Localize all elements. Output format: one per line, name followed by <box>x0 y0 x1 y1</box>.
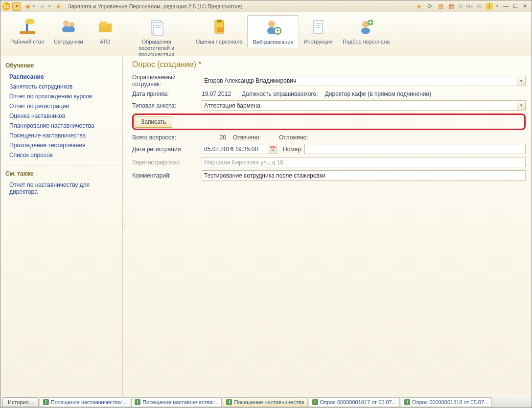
nav-back-icon[interactable]: ◀ <box>23 2 31 10</box>
sidebar-item-mentor-eval[interactable]: Оценка наставников <box>3 111 119 121</box>
info-small-icon: i <box>226 399 232 405</box>
status-tab-1[interactable]: iПосещение наставничества:... <box>131 397 222 407</box>
input-reg-date[interactable] <box>202 144 266 154</box>
splitter[interactable] <box>123 56 126 396</box>
label-hire-date: Дата приема: <box>132 91 200 97</box>
value-total-q: 20 <box>202 134 231 141</box>
sidebar-item-availability[interactable]: Занятость сотрудников <box>3 82 119 91</box>
label-template: Типовая анкета: <box>132 102 200 109</box>
svg-rect-0 <box>20 31 35 34</box>
sidebar-item-testing[interactable]: Прохождение тестирования <box>3 140 119 150</box>
sidebar-item-course-report[interactable]: Отчет по прохождению курсов <box>3 91 119 101</box>
status-tab-2[interactable]: iПосещение наставничества <box>223 397 307 407</box>
sidebar-item-survey-list[interactable]: Список опросов <box>3 150 119 160</box>
toolbar-web-schedule[interactable]: Веб-расписание <box>247 15 299 47</box>
sidebar-divider <box>3 165 119 165</box>
save-button[interactable]: Записать <box>135 116 172 128</box>
label-number: Номер: <box>283 146 302 153</box>
toolbar-employees[interactable]: Сотрудники <box>49 15 88 47</box>
m-minus-button[interactable]: M- <box>476 3 483 9</box>
sidebar-item-mentor-plan[interactable]: Планирование наставничества <box>3 121 119 131</box>
sidebar-heading-training: Обучение <box>5 62 117 69</box>
nav-back-dropdown-icon[interactable]: ▾ <box>33 4 37 8</box>
main-toolbar: Рабочий стол Сотрудники АТО Обращения по… <box>0 12 532 56</box>
calendar-icon[interactable]: ▦ <box>447 2 455 10</box>
statusbar: История... iПосещение наставничества:...… <box>0 396 532 408</box>
sidebar-item-schedule[interactable]: Расписание <box>3 72 119 82</box>
calendar-picker-icon[interactable]: 📅 <box>268 144 277 154</box>
input-comment[interactable] <box>202 170 526 181</box>
sidebar: Обучение Расписание Занятость сотруднико… <box>0 56 123 396</box>
input-employee[interactable] <box>202 76 517 86</box>
toolbar-recruitment[interactable]: Подбор персонала <box>338 15 394 47</box>
close-icon[interactable]: ✕ <box>523 3 530 10</box>
desk-lamp-icon <box>18 17 37 37</box>
save-highlight: Записать <box>132 113 526 130</box>
clipboard-icon <box>209 17 229 37</box>
label-postponed: Отложено: <box>279 134 308 141</box>
document-stack-icon <box>147 17 166 37</box>
minimize-icon[interactable]: — <box>503 3 510 10</box>
status-tab-0[interactable]: iПосещение наставничества:... <box>40 397 130 407</box>
star2-icon[interactable]: ★ <box>415 2 423 10</box>
nav-forward-dropdown-icon[interactable]: ▾ <box>48 4 52 8</box>
toolbar-desktop[interactable]: Рабочий стол <box>5 15 49 47</box>
toolbar-evaluation[interactable]: Оценка персонала <box>191 15 248 47</box>
toolbar-ato[interactable]: АТО <box>88 15 122 47</box>
sidebar-item-mentor-visit[interactable]: Посещение наставничества <box>3 131 119 140</box>
combo-template[interactable]: ▼ <box>202 100 526 111</box>
refresh-icon[interactable]: ⟳ <box>426 2 434 10</box>
form-title: Опрос (создание) * <box>132 60 526 69</box>
input-template[interactable] <box>202 100 517 111</box>
nav-forward-icon[interactable]: ▶ <box>39 2 46 10</box>
info-icon[interactable]: i <box>486 2 493 10</box>
input-number[interactable] <box>304 144 526 154</box>
label-answered: Отвечено: <box>233 134 277 141</box>
value-position: Директор кафе (в прямом подчинении) <box>325 91 432 97</box>
value-hire-date: 19.07.2012 <box>202 91 231 97</box>
input-registered-by <box>202 157 526 167</box>
info-small-icon: i <box>404 399 410 405</box>
info-small-icon: i <box>312 399 318 405</box>
toolbar-requests[interactable]: Обращения посетителей и происшествия <box>122 15 191 60</box>
app-icon: 1c <box>2 2 10 10</box>
maximize-icon[interactable]: ☐ <box>513 3 520 10</box>
people-icon <box>59 17 78 37</box>
dropdown-main-icon[interactable]: ▾ <box>12 2 21 11</box>
label-comment: Комментарий: <box>132 172 200 179</box>
m-button[interactable]: M <box>458 3 463 9</box>
document-icon <box>308 17 328 37</box>
user-globe-icon <box>263 18 283 37</box>
label-registered-by: Зарегистрировал: <box>132 159 200 166</box>
body: Обучение Расписание Занятость сотруднико… <box>0 56 532 396</box>
sidebar-item-registration-report[interactable]: Отчет по регистрации <box>3 101 119 111</box>
svg-rect-13 <box>217 20 222 23</box>
label-position: Должность опрашиваемого: <box>242 91 318 97</box>
sidebar-item-director-report[interactable]: Отчет по наставничеству для директора <box>3 180 119 197</box>
combo-employee[interactable]: ▼ <box>202 76 526 86</box>
history-button[interactable]: История... <box>2 397 39 407</box>
sidebar-heading-seealso: См. также <box>5 170 117 177</box>
folder-icon <box>95 17 115 37</box>
svg-rect-14 <box>217 27 224 32</box>
favorite-icon[interactable]: ★ <box>54 2 62 10</box>
svg-point-2 <box>25 19 35 24</box>
svg-point-3 <box>63 21 69 26</box>
status-tab-4[interactable]: iОпрос 00000001818 от 05.07... <box>401 397 492 407</box>
info-small-icon: i <box>43 399 49 405</box>
svg-point-15 <box>268 21 275 27</box>
dropdown-employee-icon[interactable]: ▼ <box>517 76 526 86</box>
titlebar: 1c ▾ ◀ ▾ ▶ ▾ ★ Зарплата и Управление Пер… <box>0 0 532 12</box>
label-total-q: Всего вопросов: <box>132 134 200 141</box>
m-plus-button[interactable]: M+ <box>466 3 474 9</box>
calculator-icon[interactable]: ▦ <box>437 2 444 10</box>
svg-rect-7 <box>100 22 107 25</box>
toolbar-instructions[interactable]: Инструкции <box>299 15 338 47</box>
app-window: 1c ▾ ◀ ▾ ▶ ▾ ★ Зарплата и Управление Пер… <box>0 0 532 408</box>
info-dropdown-icon[interactable]: ▾ <box>496 4 500 8</box>
status-tab-3[interactable]: iОпрос 00000001817 от 05.07... <box>309 397 400 407</box>
dropdown-template-icon[interactable]: ▼ <box>517 100 526 111</box>
label-employee: Опрашиваемый сотрудник: <box>132 74 200 88</box>
svg-rect-9 <box>153 23 163 35</box>
info-small-icon: i <box>135 399 140 405</box>
